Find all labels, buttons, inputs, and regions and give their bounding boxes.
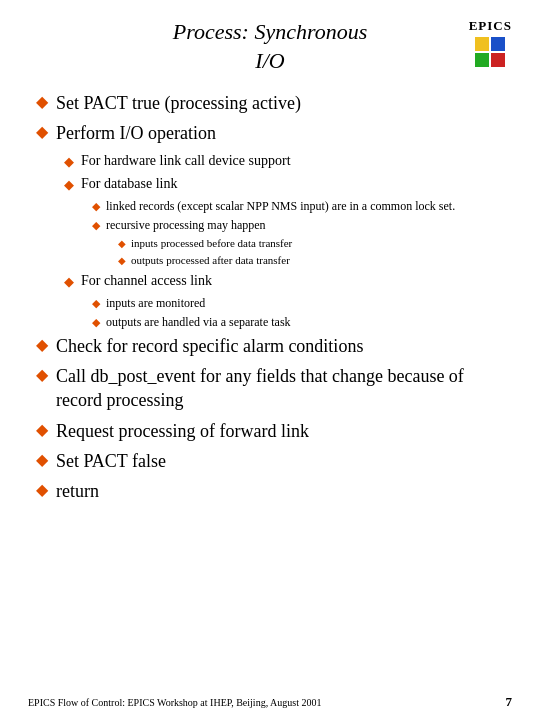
channel-access-section: ◆ For channel access link ◆ inputs are m… (36, 272, 512, 330)
database-link-section: ◆ For database link ◆ linked records (ex… (36, 175, 512, 268)
l3-outputs-handled-text: outputs are handled via a separate task (106, 314, 291, 330)
l1-call-db: ◆ Call db_post_event for any fields that… (36, 364, 512, 413)
diamond-l4-2: ◆ (118, 255, 126, 266)
l1-check-alarm: ◆ Check for record specific alarm condit… (36, 334, 512, 358)
l1-check-alarm-text: Check for record specific alarm conditio… (56, 334, 363, 358)
l3-inputs-monitored-text: inputs are monitored (106, 295, 205, 311)
l4-outputs-processed-text: outputs processed after data transfer (131, 253, 290, 268)
title-block: Process: Synchronous I/O (173, 18, 368, 75)
l1-perform-io-text: Perform I/O operation (56, 121, 216, 145)
epics-logo: EPICS (469, 18, 512, 67)
l4-inputs-processed: ◆ inputs processed before data transfer (36, 236, 512, 251)
l1-set-pact-false-text: Set PACT false (56, 449, 166, 473)
diamond-l3-4: ◆ (92, 316, 100, 329)
l2-database-link: ◆ For database link (36, 175, 512, 194)
title-line1: Process: Synchronous (173, 19, 368, 44)
footer-page-number: 7 (506, 694, 513, 710)
diamond-l1-2: ◆ (36, 122, 48, 141)
diamond-l3-3: ◆ (92, 297, 100, 310)
sq-yellow (475, 37, 489, 51)
epics-label: EPICS (469, 18, 512, 34)
sq-green (475, 53, 489, 67)
l1-return: ◆ return (36, 479, 512, 503)
l1-call-db-text: Call db_post_event for any fields that c… (56, 364, 512, 413)
diamond-l1-1: ◆ (36, 92, 48, 111)
sq-blue (491, 37, 505, 51)
hardware-link-section: ◆ For hardware link call device support (36, 152, 512, 171)
slide-page: Process: Synchronous I/O EPICS ◆ Set PAC… (0, 0, 540, 720)
diamond-l1-6: ◆ (36, 450, 48, 469)
l1-perform-io: ◆ Perform I/O operation (36, 121, 512, 145)
l1-request-forward-text: Request processing of forward link (56, 419, 309, 443)
sq-red (491, 53, 505, 67)
diamond-l2-3: ◆ (64, 274, 74, 290)
l3-outputs-handled: ◆ outputs are handled via a separate tas… (36, 314, 512, 330)
l3-recursive-text: recursive processing may happen (106, 217, 266, 233)
diamond-l2-2: ◆ (64, 177, 74, 193)
diamond-l4-1: ◆ (118, 238, 126, 249)
l1-set-pact: ◆ Set PACT true (processing active) (36, 91, 512, 115)
l2-hardware-link: ◆ For hardware link call device support (36, 152, 512, 171)
l3-inputs-monitored: ◆ inputs are monitored (36, 295, 512, 311)
l4-inputs-processed-text: inputs processed before data transfer (131, 236, 292, 251)
diamond-l1-3: ◆ (36, 335, 48, 354)
slide-title: Process: Synchronous I/O (173, 18, 368, 75)
epics-squares (475, 37, 505, 67)
l1-request-forward: ◆ Request processing of forward link (36, 419, 512, 443)
diamond-l3-2: ◆ (92, 219, 100, 232)
l2-channel-access: ◆ For channel access link (36, 272, 512, 291)
slide-content: ◆ Set PACT true (processing active) ◆ Pe… (28, 91, 512, 503)
title-line2: I/O (255, 48, 284, 73)
l1-return-text: return (56, 479, 99, 503)
slide-footer: EPICS Flow of Control: EPICS Workshop at… (28, 694, 512, 710)
diamond-l3-1: ◆ (92, 200, 100, 213)
diamond-l1-5: ◆ (36, 420, 48, 439)
l3-recursive: ◆ recursive processing may happen (36, 217, 512, 233)
l1-set-pact-false: ◆ Set PACT false (36, 449, 512, 473)
diamond-l1-7: ◆ (36, 480, 48, 499)
l2-database-link-text: For database link (81, 175, 177, 194)
l4-outputs-processed: ◆ outputs processed after data transfer (36, 253, 512, 268)
l3-linked-records: ◆ linked records (except scalar NPP NMS … (36, 198, 512, 214)
l3-linked-records-text: linked records (except scalar NPP NMS in… (106, 198, 455, 214)
diamond-l1-4: ◆ (36, 365, 48, 384)
l2-channel-access-text: For channel access link (81, 272, 212, 291)
slide-header: Process: Synchronous I/O EPICS (28, 18, 512, 75)
l1-set-pact-text: Set PACT true (processing active) (56, 91, 301, 115)
l2-hardware-link-text: For hardware link call device support (81, 152, 291, 171)
footer-left-text: EPICS Flow of Control: EPICS Workshop at… (28, 697, 321, 708)
diamond-l2-1: ◆ (64, 154, 74, 170)
